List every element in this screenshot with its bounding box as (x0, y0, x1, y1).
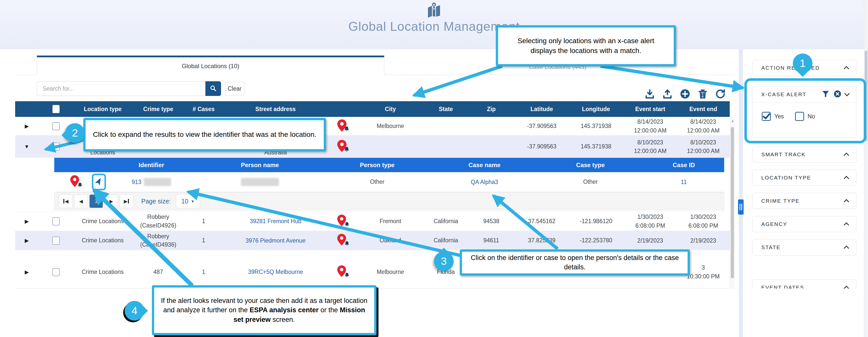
pagination-last-button[interactable]: ▶ (120, 194, 133, 208)
table-header-row: Location type Crime type # Cases Street … (15, 101, 730, 117)
table-scrollbar-thumb[interactable] (731, 127, 734, 278)
subcol-case-type[interactable]: Case type (537, 161, 644, 168)
cell-city: Fremont (356, 217, 425, 225)
panel-splitter-track (739, 49, 743, 337)
tab-global-locations[interactable]: Global Locations (10) (37, 56, 384, 75)
bell-icon (78, 182, 83, 189)
alert-pin-icon (337, 140, 348, 153)
row-checkbox[interactable] (52, 122, 60, 130)
add-target-location-highlight (92, 174, 106, 190)
redacted-identifier (144, 178, 171, 186)
yes-checkbox[interactable] (762, 112, 771, 121)
expand-row-button[interactable]: ▶ (15, 218, 38, 224)
col-zip[interactable]: Zip (467, 106, 515, 113)
no-checkbox[interactable] (795, 112, 804, 121)
row-checkbox[interactable] (52, 237, 60, 245)
col-city[interactable]: City (356, 106, 425, 113)
refresh-icon[interactable] (715, 89, 726, 99)
subcol-case-id[interactable]: Case ID (644, 161, 724, 168)
case-id-link[interactable]: 11 (644, 179, 724, 186)
street-address-link[interactable]: 3976 Piedmont Avenue (222, 237, 329, 244)
upload-icon[interactable] (662, 89, 673, 99)
col-state[interactable]: State (425, 106, 467, 113)
pagination-page-1[interactable]: 1 (89, 194, 103, 208)
search-input[interactable] (37, 81, 206, 96)
panel-location-type[interactable]: LOCATION TYPE (752, 170, 857, 186)
panel-state[interactable]: STATE (752, 239, 857, 255)
pagination-first-button[interactable]: ◀ (59, 194, 73, 208)
x-case-no-option[interactable]: No (795, 112, 815, 121)
subcol-identifier[interactable]: Identifier (106, 161, 197, 168)
page-scrollbar[interactable] (864, 0, 868, 337)
map-logo-icon (426, 2, 442, 19)
delete-icon[interactable] (698, 89, 708, 99)
scroll-up-arrow-icon[interactable]: ▲ (730, 119, 735, 123)
filter-sidebar: ACTION REQUIRED X-CASE ALERT Yes (746, 49, 864, 288)
tab-global-locations-label: Global Locations (10) (182, 63, 239, 70)
row-checkbox[interactable] (52, 268, 60, 276)
page-scrollbar-thumb[interactable] (865, 51, 868, 141)
chevron-up-icon (844, 199, 849, 204)
panel-event-dates[interactable]: EVENT DATES (752, 279, 857, 288)
col-longitude[interactable]: Longitude (568, 106, 624, 113)
cell-event-start: 8/10/202312:00:00 AM (624, 138, 677, 155)
panel-agency[interactable]: AGENCY (752, 216, 857, 232)
cell-person-type: Other (323, 178, 432, 186)
pagination-prev-button[interactable]: ◀ (74, 194, 88, 208)
expand-row-button[interactable]: ▶ (15, 238, 38, 244)
filter-icon[interactable] (822, 91, 829, 98)
panel-splitter-handle[interactable] (738, 200, 744, 215)
row-checkbox[interactable] (52, 143, 60, 151)
col-latitude[interactable]: Latitude (515, 106, 568, 113)
bell-icon (344, 126, 349, 133)
cell-latitude: 37.825239 (515, 236, 568, 245)
street-address-link[interactable]: 39281 Fremont Hub (222, 218, 329, 225)
cell-state: California (425, 236, 467, 245)
row-checkbox[interactable] (52, 217, 60, 225)
col-event-start[interactable]: Event start (624, 106, 677, 113)
collapse-row-button[interactable]: ▼ (15, 144, 38, 150)
subcol-person-name[interactable]: Person name (197, 161, 323, 168)
callout-add-target: If the alert looks relevant to your case… (152, 285, 376, 335)
subcol-person-type[interactable]: Person type (323, 161, 432, 168)
search-icon (210, 85, 217, 93)
x-case-alert-header[interactable]: X-CASE ALERT (753, 86, 856, 103)
search-button[interactable] (206, 81, 221, 96)
cell-event-start: 2/19/2023 (624, 236, 677, 245)
panel-crime-type[interactable]: CRIME TYPE (752, 193, 857, 209)
x-case-yes-option[interactable]: Yes (762, 112, 784, 121)
table-scrollbar[interactable]: ▲ (730, 117, 735, 288)
cell-cases: 1 (185, 268, 222, 276)
bell-icon (344, 241, 349, 248)
expand-row-button[interactable]: ▶ (15, 123, 38, 129)
pagination-next-button[interactable]: ▶ (104, 194, 118, 208)
add-icon[interactable] (680, 89, 690, 99)
page-size-select[interactable]: 10 ▼ (176, 194, 200, 208)
case-name-link[interactable]: QA Alpha3 (432, 179, 537, 186)
col-event-end[interactable]: Event end (677, 106, 730, 113)
subtable-header-row: Identifier Person name Person type Case … (54, 158, 724, 172)
street-address-link[interactable]: 39RC+5Q Melbourne (222, 269, 329, 275)
cell-crime-type: Robbery (CaseID4936) (132, 232, 185, 249)
expand-row-button[interactable]: ▶ (15, 269, 38, 275)
cell-longitude: 145.371938 (568, 122, 624, 130)
col-location-type[interactable]: Location type (74, 106, 132, 113)
cell-cases: 1 (185, 217, 222, 225)
clear-filter-icon[interactable] (834, 90, 841, 99)
select-all-checkbox[interactable] (53, 105, 60, 113)
callout-x-case-filter: Selecting only locations with an x-case … (496, 25, 676, 66)
subcol-case-name[interactable]: Case name (432, 161, 537, 168)
col-crime-type[interactable]: Crime type (132, 106, 185, 113)
chevron-up-icon (844, 152, 849, 158)
bell-icon (344, 146, 349, 154)
cell-identifier[interactable]: 913 (106, 178, 197, 186)
col-street-address[interactable]: Street address (222, 106, 329, 113)
panel-smart-track[interactable]: SMART TRACK (752, 146, 857, 162)
chevron-up-icon (844, 66, 849, 71)
download-icon[interactable] (645, 89, 655, 99)
cell-latitude: -37.909563 (515, 122, 568, 130)
alert-pin-icon (337, 234, 348, 247)
send-location-icon[interactable] (95, 177, 103, 187)
clear-button[interactable]: Clear (225, 82, 244, 95)
col-cases[interactable]: # Cases (185, 106, 222, 113)
